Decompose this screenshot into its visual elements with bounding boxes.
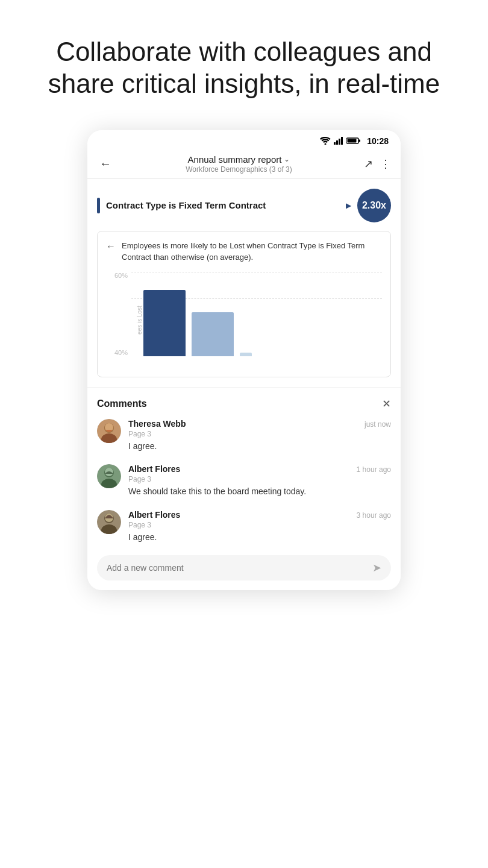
signal-icon (334, 137, 343, 145)
chart-description-text: Employees is more likely to be Lost when… (122, 240, 382, 263)
comment-top-3: Albert Flores 3 hour ago (128, 510, 391, 520)
phone-frame: 10:28 ← Annual summary report ⌄ Workforc… (87, 130, 401, 591)
status-icons (320, 137, 361, 145)
chart-body: ees is Lost (131, 272, 382, 368)
svg-point-0 (325, 143, 327, 145)
svg-rect-3 (339, 139, 340, 145)
nav-main-title[interactable]: Annual summary report ⌄ (119, 154, 359, 165)
comment-top-2: Albert Flores 1 hour ago (128, 464, 391, 474)
chart-description: ← Employees is more likely to be Lost wh… (106, 240, 382, 263)
comment-time-1: just now (364, 420, 391, 429)
comment-page-3: Page 3 (128, 521, 391, 529)
comment-time-2: 1 hour ago (357, 465, 391, 474)
y-label-60: 60% (106, 272, 128, 279)
nav-title-text: Annual summary report (188, 154, 282, 165)
avatar-theresa (97, 419, 121, 443)
svg-rect-1 (334, 142, 336, 145)
chart-section: Contract Type is Fixed Term Contract ▶ 2… (87, 179, 401, 387)
more-menu-button[interactable]: ⋮ (380, 157, 391, 171)
svg-rect-2 (336, 140, 338, 145)
comments-header: Comments ✕ (97, 397, 391, 410)
status-time: 10:28 (367, 136, 389, 146)
comments-section: Comments ✕ Theresa Webb just now Page (87, 387, 401, 591)
wifi-icon (320, 137, 331, 145)
comment-input[interactable] (107, 563, 366, 573)
comment-content-1: Theresa Webb just now Page 3 I agree. (128, 419, 391, 453)
top-nav: ← Annual summary report ⌄ Workforce Demo… (87, 149, 401, 179)
nav-actions: ↗ ⋮ (364, 157, 391, 171)
comment-time-3: 3 hour ago (357, 511, 391, 520)
comments-title: Comments (97, 398, 147, 409)
comment-item: Albert Flores 1 hour ago Page 3 We shoul… (97, 464, 391, 498)
comment-author-2: Albert Flores (128, 464, 180, 474)
y-label-40: 40% (106, 349, 128, 356)
add-comment-area: ➤ (97, 555, 391, 580)
comment-author-3: Albert Flores (128, 510, 180, 520)
svg-rect-7 (348, 139, 357, 143)
avatar-albert-2 (97, 510, 121, 534)
bar-third (240, 353, 252, 356)
comment-page-2: Page 3 (128, 475, 391, 483)
nav-subtitle: Workforce Demographics (3 of 3) (119, 165, 359, 174)
back-button[interactable]: ← (97, 154, 114, 173)
svg-rect-4 (341, 137, 343, 145)
play-icon: ▶ (346, 201, 351, 210)
comment-text-1: I agree. (128, 441, 391, 453)
bar-other (192, 312, 234, 356)
comment-page-1: Page 3 (128, 430, 391, 438)
avatar-albert-1 (97, 464, 121, 488)
send-comment-button[interactable]: ➤ (372, 561, 381, 574)
comment-text-3: I agree. (128, 532, 391, 544)
comment-text-2: We should take this to the board meeting… (128, 486, 391, 498)
battery-icon (346, 137, 361, 145)
insight-badge: 2.30x (357, 189, 391, 222)
comment-content-3: Albert Flores 3 hour ago Page 3 I agree. (128, 510, 391, 544)
comment-item: Theresa Webb just now Page 3 I agree. (97, 419, 391, 453)
hero-title: Collaborate with colleagues and share cr… (39, 36, 449, 100)
bar-fixed-term (143, 290, 186, 356)
status-bar: 10:28 (87, 130, 401, 149)
comment-author-1: Theresa Webb (128, 419, 186, 429)
comment-content-2: Albert Flores 1 hour ago Page 3 We shoul… (128, 464, 391, 498)
nav-title-area: Annual summary report ⌄ Workforce Demogr… (119, 154, 359, 174)
comment-item: Albert Flores 3 hour ago Page 3 I agree. (97, 510, 391, 544)
nav-chevron-icon[interactable]: ⌄ (284, 155, 290, 163)
svg-rect-6 (358, 140, 360, 142)
chart-back-arrow-icon: ← (106, 241, 116, 252)
chart-card: ← Employees is more likely to be Lost wh… (97, 231, 391, 377)
bar-chart: 60% 40% ees is Lost (106, 272, 382, 368)
bars-container (143, 272, 382, 356)
comment-top-1: Theresa Webb just now (128, 419, 391, 429)
expand-button[interactable]: ↗ (364, 157, 373, 171)
close-comments-button[interactable]: ✕ (382, 397, 391, 410)
insight-title: Contract Type is Fixed Term Contract (106, 200, 340, 210)
insight-bar-indicator (97, 198, 100, 213)
insight-header: Contract Type is Fixed Term Contract ▶ 2… (97, 189, 391, 222)
y-axis-rotated-label: ees is Lost (136, 306, 143, 335)
